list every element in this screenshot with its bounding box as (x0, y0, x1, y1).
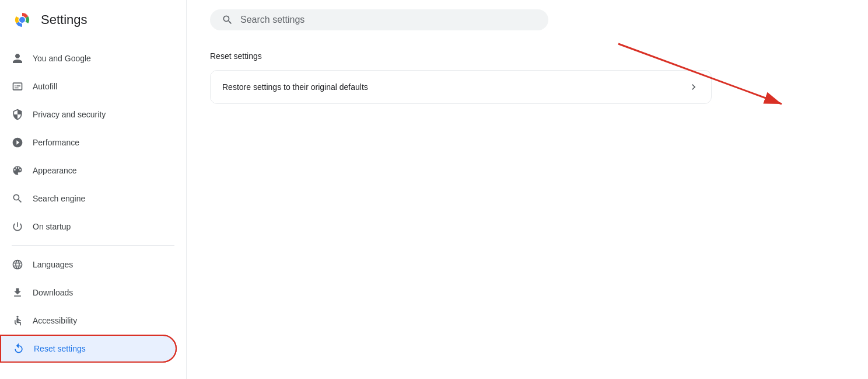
settings-card: Restore settings to their original defau… (210, 70, 712, 104)
svg-point-3 (16, 316, 18, 318)
sidebar-item-label: On startup (33, 222, 71, 231)
globe-icon (12, 259, 23, 270)
sidebar: Settings You and Google Autofill Privacy… (0, 0, 187, 379)
search-bar-container (187, 0, 868, 40)
search-icon (222, 14, 233, 26)
sidebar-item-downloads[interactable]: Downloads (0, 279, 177, 307)
main-content: Reset settings Restore settings to their… (187, 0, 868, 379)
sidebar-item-label: Languages (33, 260, 73, 269)
content-area: Reset settings Restore settings to their… (187, 40, 868, 379)
search-input[interactable] (240, 15, 537, 25)
person-icon (12, 53, 23, 64)
sidebar-header: Settings (0, 0, 186, 40)
sidebar-item-autofill[interactable]: Autofill (0, 72, 177, 100)
sidebar-item-label: Search engine (33, 194, 85, 203)
sidebar-item-label: You and Google (33, 54, 91, 63)
chevron-right-icon (688, 81, 699, 93)
sidebar-item-languages[interactable]: Languages (0, 251, 177, 279)
sidebar-item-on-startup[interactable]: On startup (0, 213, 177, 241)
sidebar-item-reset-settings[interactable]: Reset settings (0, 335, 177, 363)
sidebar-item-label: Performance (33, 138, 79, 147)
chrome-logo-icon (12, 9, 33, 30)
sidebar-nav: You and Google Autofill Privacy and secu… (0, 40, 186, 379)
performance-icon (12, 137, 23, 148)
search-icon (12, 193, 23, 204)
power-icon (12, 221, 23, 232)
svg-point-2 (19, 17, 25, 23)
sidebar-item-accessibility[interactable]: Accessibility (0, 307, 177, 335)
sidebar-item-privacy[interactable]: Privacy and security (0, 100, 177, 128)
sidebar-item-performance[interactable]: Performance (0, 128, 177, 157)
sidebar-item-you-and-google[interactable]: You and Google (0, 44, 177, 72)
palette-icon (12, 165, 23, 176)
reset-icon (13, 343, 24, 354)
autofill-icon (12, 81, 23, 92)
nav-divider (12, 245, 174, 246)
sidebar-item-label: Privacy and security (33, 110, 106, 119)
sidebar-item-label: Accessibility (33, 316, 77, 325)
search-bar[interactable] (210, 9, 548, 30)
sidebar-item-appearance[interactable]: Appearance (0, 157, 177, 185)
sidebar-item-label: Appearance (33, 166, 77, 175)
sidebar-item-label: Autofill (33, 82, 57, 91)
download-icon (12, 287, 23, 298)
restore-settings-row[interactable]: Restore settings to their original defau… (211, 71, 711, 103)
accessibility-icon (12, 315, 23, 326)
sidebar-item-label: Downloads (33, 288, 73, 297)
settings-title: Settings (41, 12, 88, 27)
shield-icon (12, 109, 23, 120)
section-title: Reset settings (210, 51, 845, 61)
restore-settings-label: Restore settings to their original defau… (222, 82, 368, 92)
sidebar-item-search-engine[interactable]: Search engine (0, 185, 177, 213)
sidebar-item-label: Reset settings (34, 344, 86, 353)
